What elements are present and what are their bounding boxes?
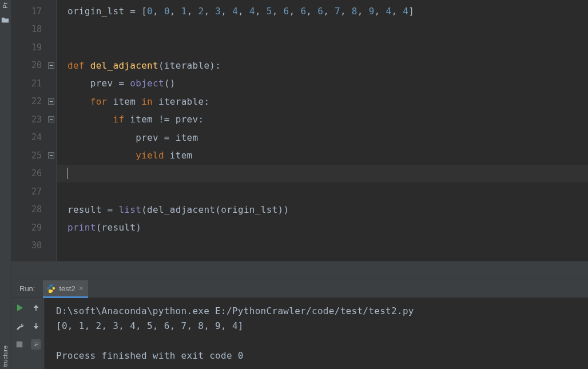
fold-toggle-icon[interactable] xyxy=(48,98,54,105)
soft-wrap-icon[interactable] xyxy=(31,339,41,350)
run-tool-window: Run: test2 × xyxy=(11,279,588,369)
line-number[interactable]: 22 xyxy=(11,93,57,111)
fold-toggle-icon[interactable] xyxy=(48,62,54,69)
code-line: prev = item xyxy=(57,129,588,147)
code-editor[interactable]: origin_lst = [0, 0, 1, 2, 3, 4, 4, 5, 6,… xyxy=(57,0,588,261)
run-tab-label: test2 xyxy=(59,284,75,293)
stop-icon[interactable] xyxy=(14,339,25,350)
fold-toggle-icon[interactable] xyxy=(48,152,54,158)
line-number[interactable]: 30 xyxy=(11,237,57,255)
main-container: 17 18 19 20 21 22 23 24 25 26 27 28 29 3… xyxy=(11,0,588,369)
code-line: for item in iterable: xyxy=(57,93,588,111)
code-line xyxy=(57,182,588,201)
line-number[interactable]: 17 xyxy=(11,2,57,21)
code-line: yield item xyxy=(57,146,588,165)
code-line: if item != prev: xyxy=(57,110,588,129)
line-number[interactable]: 25 xyxy=(11,146,57,165)
code-line: prev = object() xyxy=(57,74,588,93)
code-line: origin_lst = [0, 0, 1, 2, 3, 4, 4, 5, 6,… xyxy=(57,2,588,21)
code-line-current xyxy=(57,165,588,183)
line-number[interactable]: 28 xyxy=(11,201,57,219)
scroll-up-icon[interactable] xyxy=(31,303,41,313)
code-line xyxy=(57,21,588,39)
code-line: print(result) xyxy=(57,219,588,237)
editor-area: 17 18 19 20 21 22 23 24 25 26 27 28 29 3… xyxy=(11,0,588,261)
line-number[interactable]: 26 xyxy=(11,165,57,183)
rerun-icon[interactable] xyxy=(14,303,25,313)
caret-icon xyxy=(67,168,68,179)
tool-window-rail: Pr tructure xyxy=(0,0,11,369)
run-label: Run: xyxy=(19,284,35,297)
gutter: 17 18 19 20 21 22 23 24 25 26 27 28 29 3… xyxy=(11,0,57,261)
line-number[interactable]: 27 xyxy=(11,182,57,201)
run-controls xyxy=(11,298,45,369)
line-number[interactable]: 24 xyxy=(11,129,57,147)
code-line xyxy=(57,38,588,57)
rail-label-structure[interactable]: tructure xyxy=(2,346,9,367)
scroll-down-icon[interactable] xyxy=(31,321,41,331)
code-line xyxy=(57,237,588,255)
line-number[interactable]: 18 xyxy=(11,21,57,39)
run-body: D:\soft\Anaconda\python.exe E:/PythonCra… xyxy=(11,298,588,369)
python-file-icon xyxy=(46,284,55,293)
line-number[interactable]: 29 xyxy=(11,219,57,237)
rail-label-project[interactable]: Pr xyxy=(2,2,9,9)
line-number[interactable]: 21 xyxy=(11,74,57,93)
line-number[interactable]: 19 xyxy=(11,38,57,57)
settings-icon[interactable] xyxy=(14,321,25,331)
svg-rect-0 xyxy=(17,342,23,348)
code-line: result = list(del_adjacent(origin_lst)) xyxy=(57,201,588,219)
close-tab-icon[interactable]: × xyxy=(79,284,84,293)
run-header: Run: test2 × xyxy=(11,279,588,298)
line-number[interactable]: 23 xyxy=(11,110,57,129)
run-tab[interactable]: test2 × xyxy=(43,280,88,298)
panel-divider[interactable] xyxy=(11,261,588,279)
code-line: def del_adjacent(iterable): xyxy=(57,57,588,75)
console-output[interactable]: D:\soft\Anaconda\python.exe E:/PythonCra… xyxy=(45,298,588,369)
line-number[interactable]: 20 xyxy=(11,57,57,75)
folder-icon xyxy=(1,16,9,26)
fold-toggle-icon[interactable] xyxy=(48,116,54,122)
